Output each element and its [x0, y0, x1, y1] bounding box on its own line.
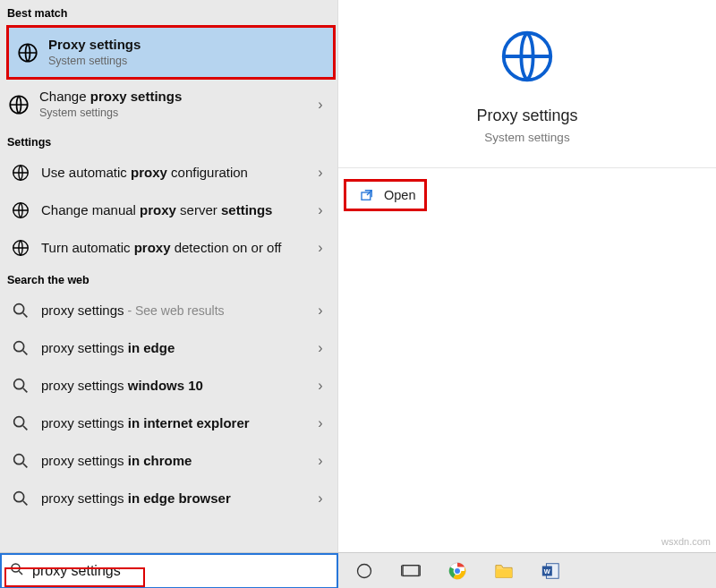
svg-text:W: W	[544, 567, 550, 575]
chevron-right-icon[interactable]: ›	[312, 202, 328, 218]
web-item[interactable]: proxy settings - See web results ›	[0, 292, 337, 329]
chevron-right-icon[interactable]: ›	[312, 378, 328, 394]
highlight-best-match: Proxy settings System settings	[6, 25, 336, 80]
search-icon	[9, 413, 32, 433]
search-results-panel: Best match Proxy settings System setting…	[0, 0, 338, 552]
taskbar: W	[0, 552, 716, 588]
globe-icon	[9, 163, 32, 183]
setting-item-auto-proxy[interactable]: Use automatic proxy configuration ›	[0, 154, 337, 192]
task-view-button[interactable]	[392, 553, 430, 589]
svg-point-9	[14, 455, 24, 464]
highlight-open-action: Open	[344, 179, 427, 211]
globe-icon	[9, 200, 32, 220]
svg-point-5	[14, 304, 24, 314]
svg-point-18	[454, 567, 460, 574]
web-item[interactable]: proxy settings in edge ›	[0, 329, 337, 367]
search-icon	[9, 489, 32, 508]
chevron-right-icon[interactable]: ›	[312, 453, 328, 469]
chevron-right-icon[interactable]: ›	[312, 415, 328, 431]
search-icon	[9, 376, 32, 396]
search-input[interactable]	[32, 563, 331, 579]
setting-item-label: Use automatic proxy configuration	[41, 165, 303, 181]
file-explorer-icon[interactable]	[485, 553, 523, 589]
best-match-subtitle: System settings	[48, 55, 324, 68]
chevron-right-icon[interactable]: ›	[312, 340, 328, 356]
chevron-right-icon[interactable]: ›	[312, 97, 328, 113]
search-icon	[9, 451, 32, 471]
settings-header: Settings	[0, 129, 337, 154]
web-header: Search the web	[0, 267, 337, 292]
chevron-right-icon[interactable]: ›	[312, 240, 328, 256]
cortana-button[interactable]	[345, 553, 383, 589]
taskbar-icons: W	[338, 553, 569, 589]
result-subtitle: System settings	[39, 107, 303, 120]
open-label: Open	[384, 188, 415, 202]
search-icon	[9, 338, 32, 358]
svg-rect-19	[496, 569, 512, 577]
svg-point-7	[14, 379, 24, 389]
taskbar-search[interactable]	[0, 553, 338, 589]
web-item-label: proxy settings in edge	[41, 340, 303, 356]
chevron-right-icon[interactable]: ›	[312, 490, 328, 507]
web-item[interactable]: proxy settings in edge browser ›	[0, 480, 337, 517]
globe-icon	[16, 39, 39, 66]
globe-icon	[7, 91, 30, 118]
chevron-right-icon[interactable]: ›	[312, 303, 328, 319]
svg-point-13	[12, 564, 20, 572]
globe-icon-large	[496, 25, 558, 90]
open-icon	[359, 187, 375, 203]
preview-panel: Proxy settings System settings Open	[338, 0, 716, 552]
web-item-label: proxy settings windows 10	[41, 378, 303, 394]
watermark: wsxdn.com	[661, 536, 711, 547]
best-match-item[interactable]: Proxy settings System settings	[9, 28, 333, 77]
preview-title: Proxy settings	[476, 107, 577, 125]
preview-subtitle: System settings	[484, 131, 569, 144]
web-item[interactable]: proxy settings in internet explorer ›	[0, 405, 337, 442]
open-action[interactable]: Open	[354, 183, 417, 207]
setting-item-label: Change manual proxy server settings	[41, 202, 303, 218]
search-icon	[9, 301, 32, 320]
result-change-proxy[interactable]: Change proxy settings System settings ›	[0, 80, 337, 129]
web-item-label: proxy settings - See web results	[41, 303, 303, 319]
chevron-right-icon[interactable]: ›	[312, 165, 328, 181]
svg-point-8	[14, 417, 24, 427]
web-item-label: proxy settings in internet explorer	[41, 415, 303, 431]
web-item-label: proxy settings in chrome	[41, 453, 303, 469]
web-item-label: proxy settings in edge browser	[41, 490, 303, 507]
chrome-icon[interactable]	[439, 553, 476, 589]
setting-item-toggle-proxy[interactable]: Turn automatic proxy detection on or off…	[0, 229, 337, 267]
svg-rect-15	[403, 565, 419, 575]
best-match-header: Best match	[0, 0, 337, 25]
web-item[interactable]: proxy settings windows 10 ›	[0, 367, 337, 405]
setting-item-label: Turn automatic proxy detection on or off	[41, 240, 303, 256]
best-match-title: Proxy settings	[48, 37, 324, 53]
svg-point-14	[358, 564, 371, 577]
result-title: Change proxy settings	[39, 89, 303, 105]
web-item[interactable]: proxy settings in chrome ›	[0, 442, 337, 480]
word-icon[interactable]: W	[532, 553, 569, 589]
svg-point-6	[14, 342, 24, 352]
setting-item-manual-proxy[interactable]: Change manual proxy server settings ›	[0, 192, 337, 229]
svg-point-10	[14, 492, 24, 502]
globe-icon	[9, 238, 32, 258]
search-icon	[9, 561, 25, 580]
